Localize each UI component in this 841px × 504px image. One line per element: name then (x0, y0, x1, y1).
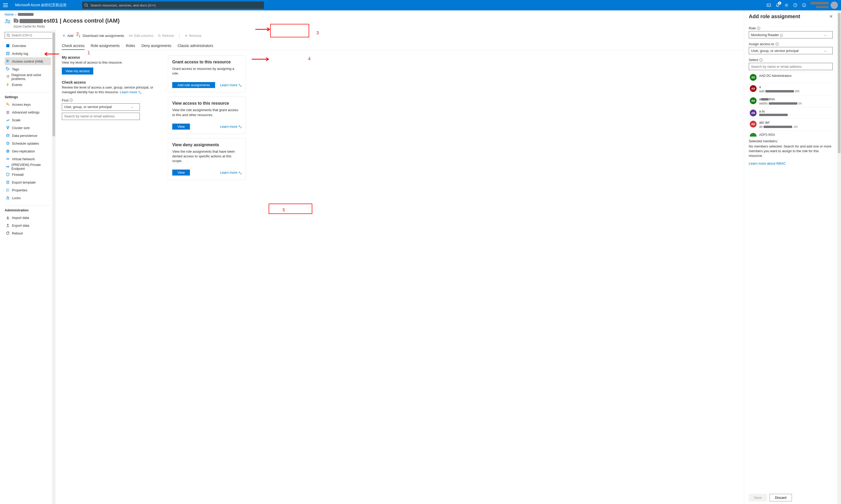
role-select[interactable]: Monitoring Reader i⌄ (749, 31, 833, 38)
sidebar-item-activity-log[interactable]: Activity log (5, 50, 51, 57)
export-icon (6, 180, 10, 184)
sidebar-item-events[interactable]: Events (5, 81, 51, 89)
principal-item[interactable]: AAadminaaddscn (749, 95, 833, 108)
sidebar-item-schedule-updates[interactable]: Schedule updates (5, 140, 51, 147)
info-icon[interactable]: i (757, 27, 760, 30)
view-access-button[interactable]: View (172, 124, 190, 130)
discard-button[interactable]: Discard (770, 494, 792, 501)
learn-more-link[interactable]: Learn more (220, 125, 241, 128)
resource-menu-search[interactable] (5, 32, 52, 39)
info-icon[interactable]: i (780, 34, 783, 37)
assign-access-select[interactable]: User, group, or service principal⌄ (749, 47, 833, 54)
sidebar-item-locks[interactable]: Locks (5, 194, 51, 202)
sidebar-item-scale[interactable]: Scale (5, 116, 51, 124)
principal-item[interactable]: AAaaadom (749, 83, 833, 95)
help-icon[interactable]: ? (793, 3, 798, 8)
principal-list: ADAAD DC AdministratorsAAaaadomAAadminaa… (749, 72, 833, 137)
sidebar-item-label: (PREVIEW) Private Endpoint (12, 163, 50, 170)
iam-icon (5, 18, 11, 25)
learn-more-link[interactable]: Learn more (120, 90, 141, 94)
sidebar-item-reboot[interactable]: Reboot (5, 229, 51, 237)
learn-more-link[interactable]: Learn more (220, 170, 241, 175)
info-icon[interactable]: i (70, 99, 73, 102)
sidebar-item-firewall[interactable]: Firewall (5, 170, 51, 178)
add-role-assignments-button[interactable]: Add role assignments (172, 82, 215, 88)
select-search-input[interactable] (749, 63, 833, 70)
sidebar-item-access-control-iam-[interactable]: Access control (IAM) (5, 57, 51, 65)
principal-item[interactable]: ADabc defab.cn (749, 119, 833, 131)
sidebar-item-diagnose-and-solve-problems[interactable]: Diagnose and solve problems (5, 73, 51, 81)
endpoint-icon (6, 165, 10, 169)
sidebar-item--preview-private-endpoint[interactable]: (PREVIEW) Private Endpoint (5, 163, 51, 170)
view-my-access-button[interactable]: View my access (62, 68, 93, 74)
sidebar-item-export-template[interactable]: Export template (5, 178, 51, 186)
tab-role-assignments[interactable]: Role assignments (91, 42, 120, 50)
tab-deny-assignments[interactable]: Deny assignments (141, 42, 171, 50)
sidebar-item-export-data[interactable]: Export data (5, 221, 51, 229)
sidebar-item-properties[interactable]: Properties (5, 186, 51, 194)
find-search-input[interactable] (62, 113, 140, 120)
learn-rbac-link[interactable]: Learn more about RBAC (749, 162, 786, 165)
principal-name: ADFS MSA (759, 133, 775, 137)
top-bar: Microsoft Azure 由世纪互联运营 1 ? (0, 0, 841, 11)
svg-point-7 (803, 5, 804, 5)
principal-item[interactable]: ABa bc (749, 108, 833, 119)
find-type-select[interactable]: User, group, or service principal⌄ (62, 103, 140, 111)
tabs: Check access Role assignments Roles Deny… (56, 41, 841, 50)
avatar: AA (750, 97, 757, 104)
blade-scrollbar[interactable] (837, 11, 841, 504)
cloud-shell-icon[interactable] (766, 3, 771, 8)
sidebar-item-import-data[interactable]: Import data (5, 214, 51, 221)
iam-icon (6, 59, 10, 64)
chevron-down-icon: ⌄ (824, 49, 826, 52)
download-button[interactable]: ⭳Download role assignments (78, 34, 124, 38)
settings-icon[interactable] (784, 3, 789, 8)
tab-check-access[interactable]: Check access (62, 42, 84, 50)
save-button[interactable]: Save (749, 494, 767, 501)
sidebar-item-data-persistence[interactable]: Data persistence (5, 132, 51, 140)
sidebar-item-virtual-network[interactable]: Virtual Network (5, 155, 51, 163)
remove-button[interactable]: ✕Remove (185, 34, 202, 38)
resource-menu: « OverviewActivity logAccess control (IA… (0, 30, 52, 504)
sidebar-item-geo-replication[interactable]: Geo-replication (5, 147, 51, 155)
sidebar-item-label: Scale (12, 118, 20, 122)
svg-point-31 (8, 166, 9, 167)
brand-label: Microsoft Azure 由世纪互联运营 (15, 3, 67, 7)
global-search[interactable] (82, 2, 264, 9)
global-search-input[interactable] (82, 2, 264, 9)
edit-columns-button[interactable]: ≡≡Edit columns (129, 34, 154, 38)
notifications-icon[interactable]: 1 (775, 3, 780, 8)
schedule-icon (6, 141, 10, 145)
sidebar-item-label: Cluster size (12, 126, 30, 130)
feedback-icon[interactable] (802, 3, 807, 8)
svg-point-0 (85, 4, 87, 6)
sidebar-item-access-keys[interactable]: Access keys (5, 101, 51, 108)
tags-icon (6, 67, 10, 71)
sidebar-item-overview[interactable]: Overview (5, 42, 51, 50)
sidebar-item-cluster-size[interactable]: Cluster size (5, 124, 51, 132)
tab-classic-admins[interactable]: Classic administrators (177, 42, 213, 50)
breadcrumb-home[interactable]: Home (5, 13, 14, 16)
view-deny-button[interactable]: View (172, 169, 190, 176)
refresh-button[interactable]: ↻Refresh (158, 34, 174, 38)
info-icon[interactable]: i (759, 58, 763, 61)
breadcrumb-resource[interactable] (18, 13, 34, 16)
principal-item[interactable]: ADAAD DC Administrators (749, 72, 833, 83)
svg-point-9 (6, 19, 7, 21)
svg-rect-33 (7, 181, 9, 184)
principal-sub: ab.cn (759, 125, 798, 128)
tab-roles[interactable]: Roles (126, 42, 135, 50)
sidebar-item-advanced-settings[interactable]: Advanced settings (5, 108, 51, 116)
add-button[interactable]: ＋Add (62, 33, 73, 38)
info-icon[interactable]: i (775, 42, 778, 46)
grant-access-card: Grant access to this resource Grant acce… (168, 55, 246, 92)
sidebar-item-label: Firewall (12, 173, 24, 177)
account-menu[interactable] (810, 2, 838, 9)
menu-icon[interactable] (3, 2, 11, 9)
principal-item[interactable]: ADFS MSA (749, 131, 833, 137)
close-icon[interactable]: ✕ (829, 14, 833, 19)
learn-more-link[interactable]: Learn more (220, 83, 241, 87)
sidebar-item-tags[interactable]: Tags (5, 65, 51, 73)
menu-scrollbar[interactable] (52, 30, 56, 504)
sidebar-item-label: Data persistence (12, 134, 37, 138)
